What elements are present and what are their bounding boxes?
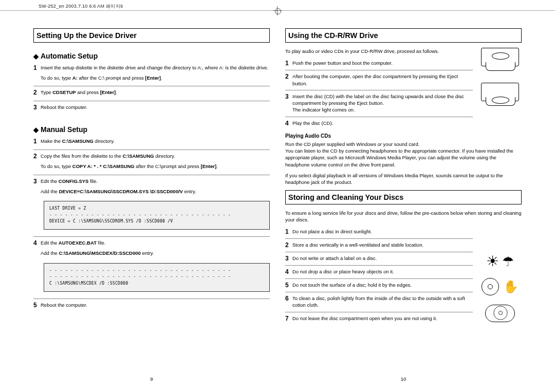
content-columns: Setting Up the Device Driver ◆Automatic … [33, 28, 522, 366]
code-box: - - - - - - - - - - - - - - - - - - - - … [44, 263, 270, 292]
registration-mark-icon [273, 6, 282, 15]
step-divider [285, 252, 473, 252]
step-divider [33, 101, 270, 101]
intro-text: To ensure a long service life for your d… [285, 210, 522, 223]
step: 1Do not place a disc in direct sunlight. [285, 228, 473, 235]
step-continuation: To do so, type COPY A: * . * C:\SAMSUNG … [41, 163, 270, 170]
step-divider [33, 175, 270, 175]
step: 2Copy the files from the diskette to the… [33, 153, 270, 160]
step: 5Reboot the computer. [33, 302, 270, 309]
step-divider [33, 150, 270, 150]
step-divider [285, 117, 473, 117]
section-title: Using the CD-R/RW Drive [285, 28, 522, 43]
step-continuation: Add the DEVICE=C:\SAMSUNG\SSCDROM.SYS \D… [41, 188, 270, 195]
page-number: 10 [401, 376, 406, 382]
step: 6To clean a disc, polish lightly from th… [285, 295, 473, 309]
step: 5Do not touch the surface of a disc; hol… [285, 282, 473, 289]
left-column: Setting Up the Device Driver ◆Automatic … [33, 28, 270, 366]
drive-illustrations [478, 48, 522, 101]
subsection-header: ◆Manual Setup [33, 125, 270, 134]
diamond-icon: ◆ [33, 126, 39, 134]
step-divider [33, 298, 270, 299]
cd-drive-insert-icon [481, 83, 519, 101]
clean-disc-icon [485, 305, 515, 322]
step: 7Do not leave the disc compartment open … [285, 315, 473, 322]
print-header: SW-252_en 2003.7.10 6:6 AM 페이지9 [39, 3, 123, 10]
paragraph: If you select digital playback in all ve… [285, 172, 522, 186]
step-divider [285, 238, 473, 239]
manual-page-spread: SW-252_en 2003.7.10 6:6 AM 페이지9 Setting … [0, 0, 555, 392]
cd-drive-open-icon [481, 48, 519, 66]
paragraph: Run the CD player supplied with Windows … [285, 141, 522, 168]
step-divider [285, 278, 473, 279]
step-continuation: To do so, type A: after the C:\ prompt a… [41, 74, 270, 81]
care-illustrations: ☀ ☂ ✋ [478, 254, 522, 322]
section-title: Setting Up the Device Driver [33, 28, 270, 43]
step-divider [285, 70, 473, 70]
step: 1Make the C:\SAMSUNG directory. [33, 138, 270, 145]
step-block: 1Do not place a disc in direct sunlight.… [285, 228, 473, 325]
step: 3Reboot the computer. [33, 104, 270, 111]
step-divider [285, 265, 473, 266]
section-title: Storing and Cleaning Your Discs [285, 190, 522, 204]
step: 1Insert the setup diskette in the disket… [33, 64, 270, 71]
step: 1Push the power button and boot the comp… [285, 60, 473, 67]
step-divider [33, 236, 270, 237]
step: 3Do not write or attach a label on a dis… [285, 255, 473, 262]
subheading: Playing Audio CDs [285, 133, 522, 139]
step-continuation: Add the C:\SAMSUNG\MSCDEX/D:SSCD000 entr… [41, 250, 270, 256]
step-divider [285, 292, 473, 292]
step-divider [285, 90, 473, 90]
step: 4Do not drop a disc or place heavy objec… [285, 268, 473, 275]
step: 3Insert the disc (CD) with the label on … [285, 93, 473, 114]
step: 2After booting the computer, open the di… [285, 73, 473, 87]
step: 2Store a disc vertically in a well-venti… [285, 241, 473, 249]
step: 2Type CDSETUP and press [Enter]. [33, 89, 270, 96]
code-box: LAST DRIVE = Z - - - - - - - - - - - - -… [44, 201, 270, 230]
step: 4Edit the AUTOEXEC.BAT file. [33, 239, 270, 247]
disc-icon [482, 278, 499, 295]
subsection-header: ◆Automatic Setup [33, 52, 270, 60]
sun-icon: ☀ [486, 254, 499, 269]
step-divider [285, 312, 473, 312]
hand-hold-disc-icon: ✋ [503, 279, 519, 294]
umbrella-icon: ☂ [502, 255, 514, 268]
right-column: Using the CD-R/RW Drive To play audio or… [285, 28, 522, 366]
step: 3Edit the CONFIG.SYS file. [33, 178, 270, 185]
step-divider [33, 86, 270, 86]
step: 4Play the disc (CD). [285, 120, 473, 127]
diamond-icon: ◆ [33, 52, 39, 60]
page-number: 9 [150, 376, 153, 382]
step-block: 1Push the power button and boot the comp… [285, 60, 473, 129]
